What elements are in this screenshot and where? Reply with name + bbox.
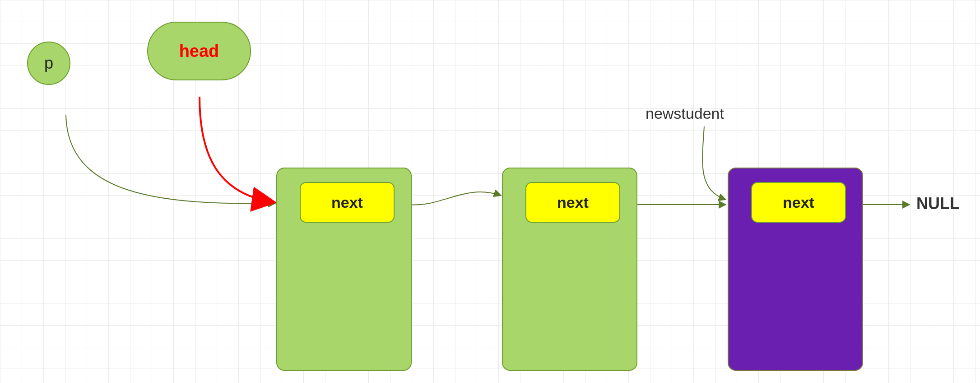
list-node-1: next [276,168,412,371]
list-node-3: next [728,168,863,371]
arrow-node1-to-node2 [409,192,501,205]
list-node-1-next-label: next [331,194,363,211]
null-terminal: NULL [916,194,960,213]
list-node-2: next [502,168,637,371]
pointer-newstudent-label: newstudent [646,105,724,122]
arrow-head-to-node1 [200,97,274,202]
list-node-2-next: next [525,182,620,223]
arrow-p-to-node1 [66,115,275,204]
list-node-3-next-label: next [783,194,814,211]
pointer-p-label: p [44,54,53,73]
arrow-newstudent-to-node3 [702,126,726,200]
pointer-head: head [147,22,251,80]
pointer-p: p [27,42,70,85]
list-node-2-next-label: next [557,194,589,211]
pointer-head-label: head [179,42,219,61]
list-node-3-next: next [751,182,846,223]
list-node-1-next: next [300,182,395,223]
